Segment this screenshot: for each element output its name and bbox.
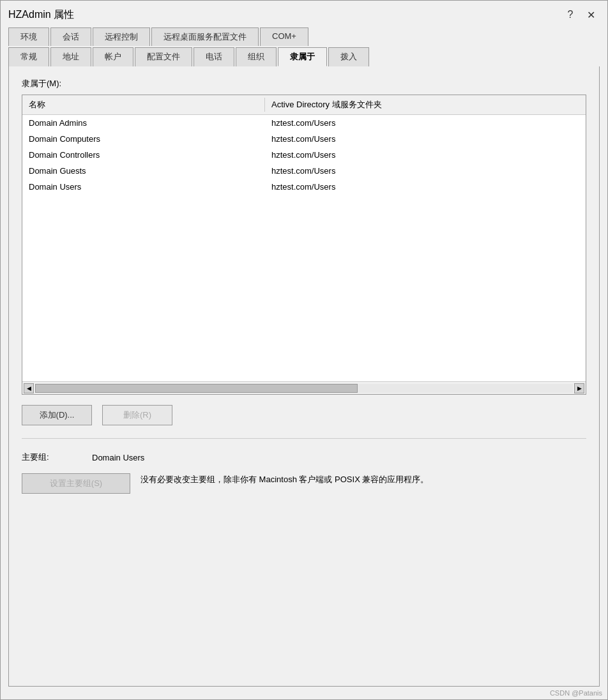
- set-primary-group-button[interactable]: 设置主要组(S): [22, 473, 130, 494]
- section-divider: [22, 438, 586, 439]
- table-row[interactable]: Domain Usershztest.com/Users: [22, 179, 586, 195]
- row-name: Domain Computers: [22, 133, 265, 145]
- primary-group-section: 主要组: Domain Users: [22, 452, 586, 463]
- add-button[interactable]: 添加(D)...: [22, 405, 92, 425]
- set-group-section: 设置主要组(S) 没有必要改变主要组，除非你有 Macintosh 客户端或 P…: [22, 473, 586, 494]
- row-folder: hztest.com/Users: [265, 133, 586, 145]
- content-area: 隶属于(M): 名称 Active Directory 域服务文件夹 Domai…: [8, 66, 600, 687]
- tab-环境[interactable]: 环境: [8, 27, 49, 46]
- tab-拨入[interactable]: 拨入: [328, 47, 369, 66]
- row-folder: hztest.com/Users: [265, 165, 586, 177]
- tab-远程控制[interactable]: 远程控制: [93, 27, 150, 46]
- list-header: 名称 Active Directory 域服务文件夹: [22, 95, 586, 115]
- tab-会话[interactable]: 会话: [50, 27, 91, 46]
- row-name: Domain Controllers: [22, 149, 265, 161]
- scroll-thumb: [35, 384, 358, 393]
- scroll-right-arrow[interactable]: ▶: [574, 383, 584, 393]
- set-group-description: 没有必要改变主要组，除非你有 Macintosh 客户端或 POSIX 兼容的应…: [141, 473, 586, 487]
- scroll-left-arrow[interactable]: ◀: [24, 383, 34, 393]
- tab-远程桌面服务配置文件[interactable]: 远程桌面服务配置文件: [151, 27, 259, 46]
- table-row[interactable]: Domain Adminshztest.com/Users: [22, 115, 586, 131]
- list-body[interactable]: Domain Adminshztest.com/UsersDomain Comp…: [22, 115, 586, 381]
- column-ad-folder: Active Directory 域服务文件夹: [265, 98, 586, 112]
- table-row[interactable]: Domain Computershztest.com/Users: [22, 131, 586, 147]
- row-folder: hztest.com/Users: [265, 181, 586, 193]
- main-window: HZAdmin 属性 ? ✕ 环境会话远程控制远程桌面服务配置文件COM+ 常规…: [0, 0, 608, 700]
- primary-group-label: 主要组:: [22, 452, 92, 463]
- title-bar: HZAdmin 属性 ? ✕: [1, 1, 607, 27]
- tab-container: 环境会话远程控制远程桌面服务配置文件COM+ 常规地址帐户配置文件电话组织隶属于…: [1, 27, 607, 66]
- table-row[interactable]: Domain Controllershztest.com/Users: [22, 147, 586, 163]
- watermark: CSDN @Patanis: [1, 687, 607, 699]
- scroll-track[interactable]: [35, 384, 573, 393]
- window-title: HZAdmin 属性: [8, 8, 74, 22]
- tab-常规[interactable]: 常规: [8, 47, 49, 66]
- tab-电话[interactable]: 电话: [194, 47, 234, 66]
- horizontal-scrollbar[interactable]: ◀ ▶: [22, 381, 586, 394]
- tab-隶属于[interactable]: 隶属于: [278, 47, 327, 66]
- table-row[interactable]: Domain Guestshztest.com/Users: [22, 163, 586, 179]
- tab-row-top: 环境会话远程控制远程桌面服务配置文件COM+: [8, 27, 600, 46]
- member-of-label: 隶属于(M):: [22, 78, 586, 89]
- tab-地址[interactable]: 地址: [50, 47, 91, 66]
- close-button[interactable]: ✕: [582, 6, 600, 24]
- row-folder: hztest.com/Users: [265, 149, 586, 161]
- row-name: Domain Admins: [22, 117, 265, 129]
- delete-button[interactable]: 删除(R): [102, 405, 172, 425]
- tab-帐户[interactable]: 帐户: [93, 47, 133, 66]
- title-controls: ? ✕: [561, 6, 600, 24]
- row-name: Domain Users: [22, 181, 265, 193]
- tab-row-bottom: 常规地址帐户配置文件电话组织隶属于拨入: [8, 47, 600, 66]
- row-name: Domain Guests: [22, 165, 265, 177]
- help-button[interactable]: ?: [561, 6, 579, 24]
- tab-COM+[interactable]: COM+: [260, 27, 308, 46]
- row-folder: hztest.com/Users: [265, 117, 586, 129]
- column-name: 名称: [22, 98, 265, 112]
- primary-group-value: Domain Users: [92, 453, 144, 462]
- action-buttons: 添加(D)... 删除(R): [22, 405, 586, 425]
- tab-组织[interactable]: 组织: [236, 47, 277, 66]
- member-list[interactable]: 名称 Active Directory 域服务文件夹 Domain Admins…: [22, 95, 586, 395]
- tab-配置文件[interactable]: 配置文件: [135, 47, 192, 66]
